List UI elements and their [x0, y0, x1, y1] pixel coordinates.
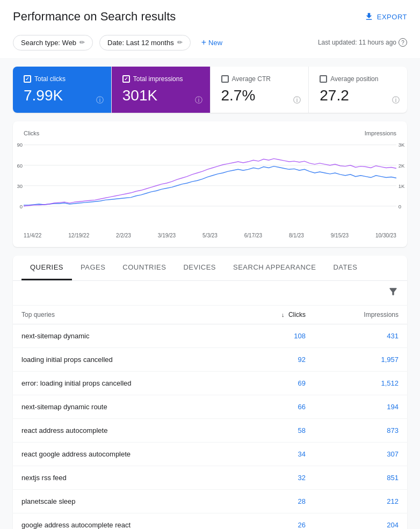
edit-icon: ✏ [79, 39, 85, 46]
impressions-cell: 212 [314, 490, 407, 513]
last-updated: Last updated: 11 hours ago ? [318, 38, 407, 47]
table-row: next-sitemap dynamic route 66 194 [13, 395, 407, 419]
metric-label-ctr: Average CTR [232, 75, 271, 83]
clicks-cell: 26 [240, 513, 314, 530]
metrics-section: Total clicks 7.99K ⓘ Total impressions 3… [0, 58, 420, 121]
metrics-cards: Total clicks 7.99K ⓘ Total impressions 3… [13, 67, 407, 113]
svg-text:60: 60 [17, 163, 23, 169]
clicks-cell: 108 [240, 324, 314, 348]
table-row: loading initial props cancelled 92 1,957 [13, 348, 407, 372]
metric-label-impressions: Total impressions [133, 75, 183, 83]
filter-button[interactable] [388, 286, 399, 300]
svg-text:1K: 1K [399, 183, 405, 189]
filters-bar: Search type: Web ✏ Date: Last 12 months … [0, 29, 420, 58]
svg-text:0: 0 [20, 204, 23, 209]
chart-section: Clicks Impressions 90 60 30 0 3K 2K 1K 0 [0, 121, 420, 256]
impressions-cell: 431 [314, 324, 407, 348]
table-toolbar [13, 281, 407, 306]
tab-search-appearance[interactable]: SEARCH APPEARANCE [225, 256, 324, 280]
impressions-cell: 1,957 [314, 348, 407, 372]
new-button[interactable]: + New [197, 34, 227, 50]
date-label: Date: Last 12 months [107, 39, 174, 47]
metric-checkbox-ctr [221, 75, 229, 83]
metric-checkbox-clicks [24, 75, 31, 83]
metric-value-impressions: 301K [122, 87, 199, 104]
chart-left-axis-label: Clicks [24, 130, 39, 136]
col-impressions-header: Impressions [314, 306, 407, 324]
x-label-1: 12/19/22 [68, 233, 89, 238]
export-button[interactable]: EXPORT [364, 12, 407, 21]
table-row: google address autocomplete react 26 204 [13, 513, 407, 530]
tab-countries[interactable]: COUNTRIES [114, 256, 175, 280]
metric-value-ctr: 2.7% [221, 87, 298, 104]
table-row: react address autocomplete 58 873 [13, 419, 407, 443]
clicks-cell: 58 [240, 419, 314, 443]
clicks-cell: 34 [240, 443, 314, 466]
filter-icon [388, 286, 399, 297]
metric-checkbox-position [320, 75, 327, 83]
x-label-2: 2/2/23 [116, 233, 131, 238]
svg-text:2K: 2K [399, 163, 405, 169]
x-label-5: 6/17/23 [244, 233, 262, 238]
export-icon [364, 12, 374, 21]
table-row: error: loading initial props cancelled 6… [13, 372, 407, 395]
metric-value-clicks: 7.99K [24, 87, 100, 104]
query-cell: nextjs rss feed [13, 466, 240, 490]
metric-label-position: Average position [330, 75, 378, 83]
table-row: react google address autocomplete 34 307 [13, 443, 407, 466]
impressions-cell: 873 [314, 419, 407, 443]
col-clicks-header[interactable]: ↓ Clicks [240, 306, 314, 324]
info-icon-position: ⓘ [392, 96, 400, 105]
clicks-cell: 92 [240, 348, 314, 372]
clicks-cell: 66 [240, 395, 314, 419]
table-row: next-sitemap dynamic 108 431 [13, 324, 407, 348]
query-cell: loading initial props cancelled [13, 348, 240, 372]
tab-devices[interactable]: DEVICES [175, 256, 225, 280]
metric-label-clicks: Total clicks [34, 75, 66, 83]
metric-value-position: 27.2 [320, 87, 396, 104]
tab-dates[interactable]: DATES [324, 256, 366, 280]
svg-text:90: 90 [17, 142, 23, 148]
header: Performance on Search results EXPORT [0, 0, 420, 29]
impressions-cell: 307 [314, 443, 407, 466]
svg-text:30: 30 [17, 183, 23, 189]
date-filter[interactable]: Date: Last 12 months ✏ [99, 35, 191, 50]
x-label-6: 8/1/23 [289, 233, 304, 238]
table-card: QUERIES PAGES COUNTRIES DEVICES SEARCH A… [13, 256, 407, 529]
query-cell: google address autocomplete react [13, 513, 240, 530]
sort-icon: ↓ [281, 311, 285, 318]
data-table: Top queries ↓ Clicks Impressions next-si… [13, 306, 407, 529]
table-row: nextjs rss feed 32 851 [13, 466, 407, 490]
impressions-cell: 851 [314, 466, 407, 490]
query-cell: error: loading initial props cancelled [13, 372, 240, 395]
impressions-cell: 194 [314, 395, 407, 419]
info-icon-ctr: ⓘ [293, 96, 301, 105]
search-type-label: Search type: Web [21, 39, 76, 47]
x-label-4: 5/3/23 [202, 233, 218, 238]
svg-text:3K: 3K [399, 142, 405, 148]
clicks-cell: 32 [240, 466, 314, 490]
tab-queries[interactable]: QUERIES [21, 256, 72, 280]
info-icon-impressions: ⓘ [195, 96, 202, 105]
metric-total-clicks[interactable]: Total clicks 7.99K ⓘ [13, 67, 112, 113]
tab-pages[interactable]: PAGES [72, 256, 114, 280]
clicks-cell: 28 [240, 490, 314, 513]
svg-text:0: 0 [399, 204, 401, 209]
query-cell: next-sitemap dynamic [13, 324, 240, 348]
query-cell: react address autocomplete [13, 419, 240, 443]
search-type-filter[interactable]: Search type: Web ✏ [13, 35, 93, 50]
x-label-8: 10/30/23 [375, 233, 396, 238]
edit-icon-date: ✏ [177, 39, 183, 46]
metric-average-position[interactable]: Average position 27.2 ⓘ [309, 67, 407, 113]
plus-icon: + [201, 38, 206, 47]
impressions-cell: 1,512 [314, 372, 407, 395]
tabs: QUERIES PAGES COUNTRIES DEVICES SEARCH A… [13, 256, 407, 281]
help-icon: ? [399, 38, 407, 47]
metric-checkbox-impressions [122, 75, 130, 83]
chart-right-axis-label: Impressions [365, 130, 396, 136]
new-label: New [208, 39, 222, 47]
query-cell: planetscale sleep [13, 490, 240, 513]
metric-total-impressions[interactable]: Total impressions 301K ⓘ [112, 67, 211, 113]
metric-average-ctr[interactable]: Average CTR 2.7% ⓘ [211, 67, 309, 113]
query-cell: react google address autocomplete [13, 443, 240, 466]
